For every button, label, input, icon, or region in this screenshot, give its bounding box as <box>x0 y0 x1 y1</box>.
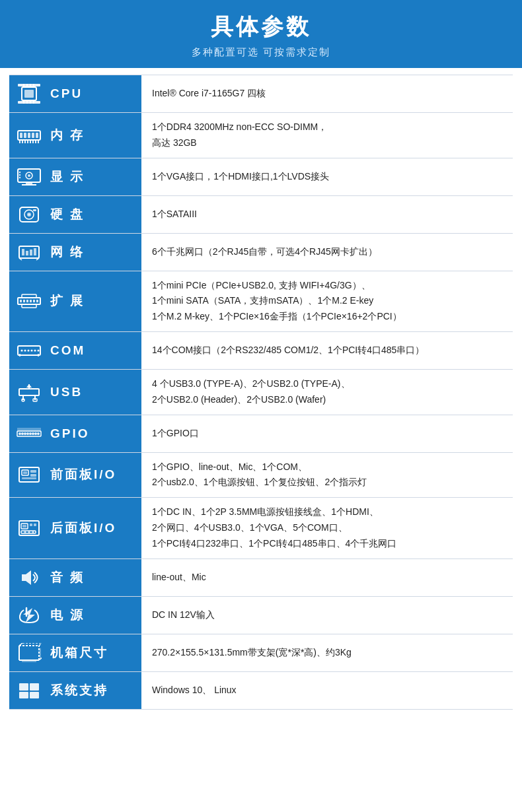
svg-point-37 <box>28 214 30 215</box>
value-cell-front-io: 1个GPIO、line-out、Mic、1个COM、2个usb2.0、1个电源按… <box>141 452 513 498</box>
value-cell-power: DC IN 12V输入 <box>141 596 513 634</box>
svg-point-74 <box>24 432 26 435</box>
svg-rect-21 <box>27 140 28 143</box>
label-text-power: 电 源 <box>50 607 85 624</box>
svg-rect-2 <box>24 90 34 98</box>
row-storage: 硬 盘 1个SATAIII <box>9 195 513 233</box>
label-text-display: 显 示 <box>50 168 85 186</box>
audio-icon <box>15 566 44 590</box>
label-cell-front-io: 前面板I/O <box>9 452 141 498</box>
chassis-icon <box>15 641 44 665</box>
spec-table: CPU Intel® Core i7-1165G7 四核 内 存 1个DDR4 … <box>9 75 513 710</box>
value-cell-storage: 1个SATAIII <box>141 195 513 233</box>
svg-rect-20 <box>24 140 26 143</box>
memory-icon <box>15 123 44 147</box>
label-text-com: COM <box>50 343 85 358</box>
svg-point-61 <box>38 349 40 351</box>
svg-point-56 <box>21 349 23 351</box>
spec-table-container: CPU Intel® Core i7-1165G7 四核 内 存 1个DDR4 … <box>0 68 522 719</box>
svg-point-73 <box>21 432 24 435</box>
network-icon <box>15 240 44 264</box>
svg-rect-24 <box>35 140 36 143</box>
svg-rect-40 <box>22 249 24 255</box>
label-cell-gpio: GPIO <box>9 415 141 452</box>
svg-point-76 <box>29 432 32 435</box>
row-network: 网 络 6个千兆网口（2个RJ45自带，可选4个RJ45网卡扩出） <box>9 233 513 271</box>
label-text-chassis: 机箱尺寸 <box>50 644 108 661</box>
svg-rect-111 <box>19 692 28 698</box>
value-cell-expansion: 1个mini PCIe（PCIe+USB2.0, 支持 WIFI+4G/3G）、… <box>141 271 513 331</box>
svg-rect-41 <box>26 251 28 255</box>
svg-rect-64 <box>19 389 39 395</box>
row-usb: USB 4 个USB3.0 (TYPE-A)、2个USB2.0 (TYPE-A)… <box>9 369 513 415</box>
row-expansion: 扩 展 1个mini PCIe（PCIe+USB2.0, 支持 WIFI+4G/… <box>9 271 513 331</box>
svg-rect-63 <box>38 354 39 356</box>
label-cell-chassis: 机箱尺寸 <box>9 634 141 671</box>
page-subtitle: 多种配置可选 可按需求定制 <box>0 46 522 59</box>
label-cell-cpu: CPU <box>9 75 141 113</box>
label-cell-usb: USB <box>9 369 141 415</box>
svg-rect-14 <box>24 133 26 138</box>
svg-rect-19 <box>22 140 23 143</box>
svg-rect-52 <box>36 300 38 302</box>
cpu-icon <box>15 82 44 106</box>
svg-rect-8 <box>23 101 24 104</box>
value-cell-usb: 4 个USB3.0 (TYPE-A)、2个USB2.0 (TYPE-A)、2个U… <box>141 369 513 415</box>
svg-marker-97 <box>23 608 35 623</box>
gpio-icon <box>15 422 44 446</box>
os-icon <box>15 679 44 702</box>
value-cell-cpu: Intel® Core i7-1165G7 四核 <box>141 75 513 113</box>
svg-marker-66 <box>26 384 32 388</box>
svg-rect-22 <box>30 140 31 143</box>
svg-point-32 <box>19 174 20 175</box>
svg-point-72 <box>19 432 21 435</box>
svg-rect-6 <box>30 84 31 86</box>
power-icon <box>15 603 44 627</box>
svg-rect-51 <box>33 300 35 302</box>
value-cell-gpio: 1个GPIO口 <box>141 415 513 452</box>
label-text-cpu: CPU <box>50 86 83 101</box>
svg-rect-54 <box>22 304 36 308</box>
label-cell-storage: 硬 盘 <box>9 195 141 233</box>
row-gpio: GPIO 1个GPIO口 <box>9 415 513 452</box>
value-cell-network: 6个千兆网口（2个RJ45自带，可选4个RJ45网卡扩出） <box>141 233 513 271</box>
svg-rect-11 <box>33 101 34 104</box>
label-cell-display: 显 示 <box>9 158 141 195</box>
svg-point-31 <box>19 171 20 172</box>
svg-rect-4 <box>23 84 24 86</box>
label-cell-power: 电 源 <box>9 596 141 634</box>
svg-rect-43 <box>34 248 36 255</box>
svg-point-28 <box>28 174 30 177</box>
svg-rect-110 <box>30 683 39 691</box>
svg-rect-10 <box>30 101 31 104</box>
svg-rect-16 <box>32 133 34 138</box>
svg-rect-5 <box>26 84 28 86</box>
svg-rect-90 <box>30 524 32 526</box>
svg-point-78 <box>34 432 37 435</box>
svg-rect-83 <box>23 471 27 474</box>
svg-rect-85 <box>30 474 36 477</box>
label-cell-network: 网 络 <box>9 233 141 271</box>
svg-rect-53 <box>22 294 36 298</box>
row-display: 显 示 1个VGA接口，1个HDMI接口,1个LVDS接头 <box>9 158 513 195</box>
label-cell-memory: 内 存 <box>9 113 141 158</box>
com-icon <box>15 339 44 362</box>
svg-point-94 <box>28 531 30 533</box>
svg-rect-84 <box>30 470 36 473</box>
svg-rect-23 <box>32 140 34 143</box>
svg-rect-91 <box>34 524 36 526</box>
svg-rect-89 <box>22 525 26 527</box>
svg-point-60 <box>34 349 36 351</box>
label-text-storage: 硬 盘 <box>50 206 85 223</box>
svg-rect-42 <box>30 250 32 255</box>
svg-point-77 <box>32 432 34 435</box>
svg-rect-18 <box>19 140 20 143</box>
page-title: 具体参数 <box>0 12 522 42</box>
row-rear-io: 后面板I/O 1个DC IN、1个2P 3.5MM电源按钮接线盒、1个HDMI、… <box>9 498 513 558</box>
svg-point-95 <box>32 531 34 533</box>
front-io-icon <box>15 463 44 487</box>
svg-point-57 <box>24 349 26 351</box>
svg-rect-112 <box>30 692 39 698</box>
svg-point-75 <box>26 432 29 435</box>
svg-point-93 <box>24 531 26 533</box>
